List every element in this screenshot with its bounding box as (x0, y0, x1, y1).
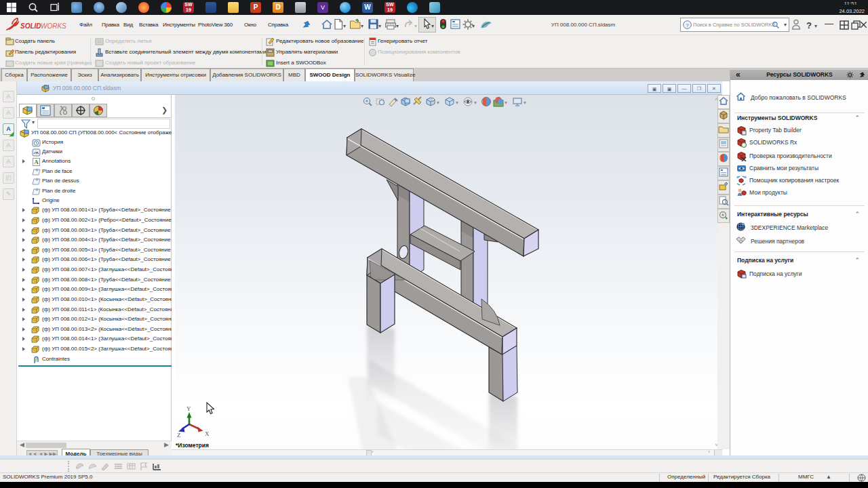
svg-text:A: A (34, 159, 39, 165)
svg-text:WORKS: WORKS (41, 22, 66, 30)
svg-text:Y: Y (186, 405, 191, 412)
svg-text:Z: Z (177, 432, 181, 439)
svg-text:X: X (205, 430, 210, 437)
svg-text:?: ? (686, 22, 689, 28)
svg-text:SOLID: SOLID (20, 22, 41, 30)
